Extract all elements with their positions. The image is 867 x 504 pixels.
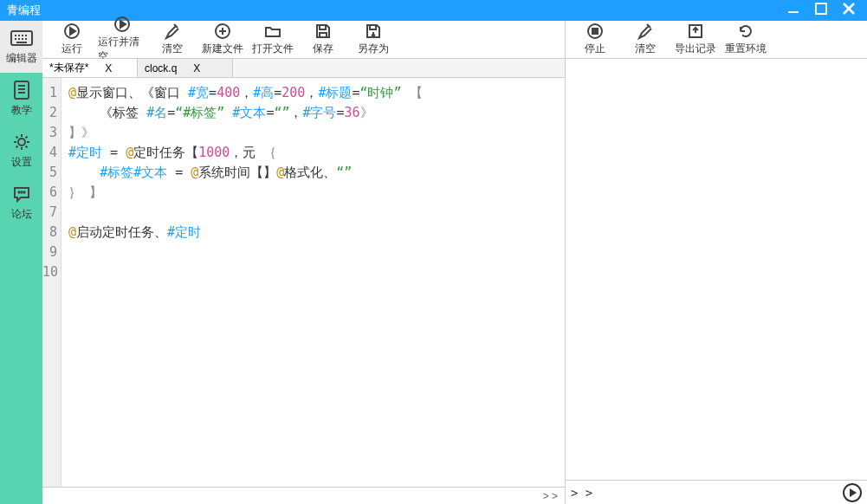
svg-rect-27 (320, 25, 326, 29)
svg-point-20 (21, 191, 22, 192)
plus-circle-icon (214, 23, 231, 40)
svg-point-19 (18, 191, 19, 192)
clear-output-button[interactable]: 清空 (621, 23, 670, 56)
sidebar-item-forum[interactable]: 论坛 (0, 177, 42, 229)
gear-icon (10, 132, 33, 152)
editor-footer: > > (42, 487, 565, 504)
svg-rect-1 (816, 3, 826, 14)
save-as-button[interactable]: 另存为 (349, 23, 398, 56)
code-area[interactable]: @显示窗口、《窗口 #宽=400，#高=200，#标题=“时钟” 【 《标签 #… (61, 78, 565, 487)
new-file-button[interactable]: 新建文件 (198, 23, 247, 56)
code-editor[interactable]: 12345678910 @显示窗口、《窗口 #宽=400，#高=200，#标题=… (42, 78, 565, 487)
window-controls (784, 2, 864, 19)
keyboard-icon (10, 29, 33, 48)
broom-icon (164, 23, 181, 40)
save-icon (314, 23, 332, 40)
stop-button[interactable]: 停止 (571, 23, 619, 56)
output-panel: 停止 清空 导出记录 重置环境 > > (566, 21, 867, 504)
editor-toolbar: 运行 运行并清空 清空 新建文件 打开文件 保存 另存为 (42, 21, 565, 59)
broom-icon (637, 23, 654, 40)
document-icon (10, 81, 33, 100)
maximize-button[interactable] (812, 2, 831, 19)
folder-open-icon (264, 23, 281, 40)
save-as-icon (365, 23, 382, 40)
footer-chevron[interactable]: > > (543, 490, 558, 502)
svg-point-21 (23, 191, 24, 192)
editor-panel: 运行 运行并清空 清空 新建文件 打开文件 保存 另存为 *未保存*X cloc… (42, 21, 566, 504)
sidebar-item-editor[interactable]: 编辑器 (0, 21, 42, 73)
save-button[interactable]: 保存 (299, 23, 347, 56)
sidebar-label: 教学 (11, 103, 32, 118)
play-icon (63, 23, 81, 40)
svg-rect-28 (320, 33, 327, 37)
play-clear-icon (113, 16, 131, 33)
chat-icon (10, 184, 33, 204)
sidebar-label: 设置 (11, 155, 32, 170)
svg-point-18 (18, 139, 25, 145)
sidebar-label: 论坛 (11, 207, 32, 222)
repl-prompt[interactable]: > > (571, 486, 843, 500)
tab-clock[interactable]: clock.qX (138, 59, 233, 77)
sidebar-item-settings[interactable]: 设置 (0, 125, 42, 177)
repl-row: > > (566, 480, 867, 504)
run-clear-button[interactable]: 运行并清空 (98, 16, 146, 64)
app-title: 青编程 (3, 3, 41, 18)
output-area (566, 59, 867, 480)
tab-close-icon[interactable]: X (191, 62, 203, 74)
sidebar: 编辑器 教学 设置 论坛 (0, 21, 42, 504)
svg-rect-31 (592, 29, 598, 34)
export-log-button[interactable]: 导出记录 (671, 23, 720, 56)
sidebar-item-tutorial[interactable]: 教学 (0, 73, 42, 125)
close-button[interactable] (839, 2, 858, 19)
sidebar-label: 编辑器 (6, 51, 37, 66)
minimize-button[interactable] (784, 2, 803, 19)
clear-button[interactable]: 清空 (148, 23, 197, 56)
editor-tabs: *未保存*X clock.qX (42, 59, 565, 78)
refresh-icon (737, 23, 754, 40)
export-icon (687, 23, 704, 40)
svg-rect-29 (370, 25, 376, 29)
tab-close-icon[interactable]: X (102, 62, 114, 74)
reset-env-button[interactable]: 重置环境 (721, 23, 770, 56)
tab-unsaved[interactable]: *未保存*X (42, 59, 138, 77)
run-button[interactable]: 运行 (48, 23, 96, 56)
repl-run-button[interactable] (843, 483, 862, 502)
line-gutter: 12345678910 (42, 78, 61, 487)
stop-icon (586, 23, 604, 40)
open-file-button[interactable]: 打开文件 (249, 23, 297, 56)
output-toolbar: 停止 清空 导出记录 重置环境 (566, 21, 867, 59)
